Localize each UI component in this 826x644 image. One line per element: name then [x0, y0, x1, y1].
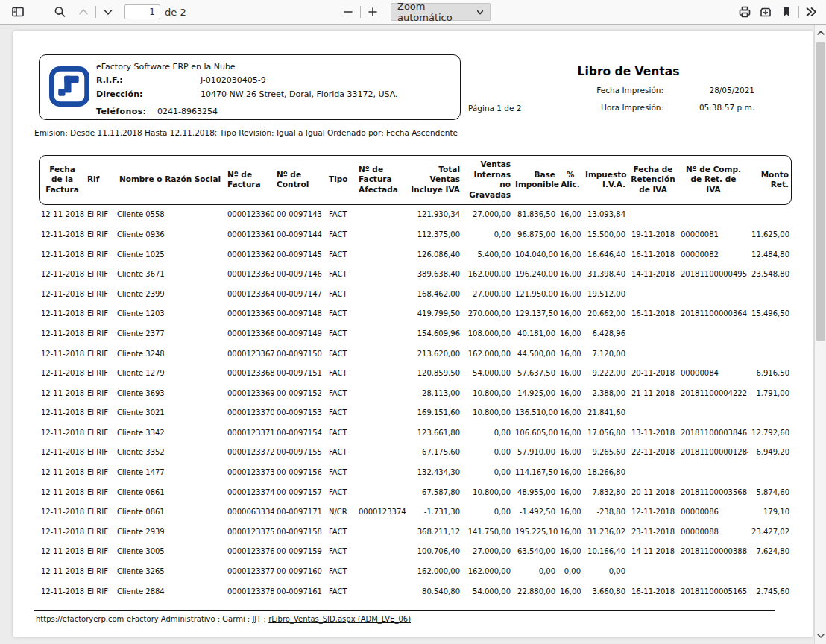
table-cell: 00-0097152	[274, 383, 327, 403]
table-cell: 12.792,60	[748, 423, 792, 443]
table-row: 12-11-2018El RIFCliente 1025000012336200…	[39, 244, 792, 265]
zoom-select[interactable]: Zoom automático	[391, 3, 491, 21]
table-cell: 00000081	[678, 224, 748, 244]
table-cell: 7.832,80	[583, 482, 628, 502]
next-page-button[interactable]	[98, 2, 119, 22]
table-cell: 196.240,00	[513, 264, 558, 284]
table-cell: 0,00	[462, 502, 513, 522]
scroll-up-button[interactable]	[815, 26, 826, 40]
scroll-down-button[interactable]	[815, 629, 826, 643]
table-cell: 12-11-2018	[39, 383, 85, 403]
table-cell: 14-11-2018	[628, 542, 678, 562]
print-date-value: 28/05/2021	[665, 86, 754, 95]
table-cell	[628, 284, 678, 304]
previous-page-button[interactable]	[73, 2, 94, 22]
table-cell: 31.398,40	[583, 264, 628, 284]
print-icon	[738, 5, 751, 19]
table-cell: 16,00	[558, 304, 583, 324]
toolbar-separator	[360, 6, 361, 18]
vertical-scrollbar[interactable]	[814, 25, 826, 644]
company-name: eFactory Software ERP en la Nube	[96, 62, 236, 72]
table-cell: 16,00	[558, 363, 583, 383]
table-cell: 0000123371	[225, 423, 274, 443]
table-cell: FACT	[327, 344, 356, 364]
table-cell: 12-11-2018	[39, 423, 85, 443]
table-cell: 31.236,02	[583, 522, 628, 542]
table-cell: FACT	[327, 363, 356, 383]
table-cell: 108.000,00	[462, 323, 513, 344]
search-icon	[53, 5, 66, 19]
header-cell: Nº de Control	[274, 155, 327, 205]
table-cell: El RIF	[85, 304, 115, 324]
pdf-toolbar: de 2 Zoom automático	[0, 0, 826, 25]
table-cell: Cliente 3021	[115, 403, 225, 423]
table-cell: 10.166,40	[583, 542, 628, 562]
table-row: 12-11-2018El RIFCliente 1203000012336500…	[39, 304, 792, 324]
viewer-content[interactable]: eFactory Software ERP en la Nube R.I.F.:…	[0, 25, 814, 644]
scroll-up-arrow-icon	[817, 30, 825, 36]
table-cell: 00-0097151	[274, 363, 327, 383]
print-button[interactable]	[734, 2, 755, 22]
table-cell: Cliente 2939	[115, 522, 225, 542]
current-view-button[interactable]	[776, 2, 797, 22]
table-cell: 141.750,00	[462, 522, 513, 542]
table-cell: 00-0097149	[274, 323, 327, 344]
table-row: 12-11-2018El RIFCliente 3248000012336700…	[39, 344, 792, 364]
table-cell: 0000123374	[356, 502, 406, 522]
table-cell: FACT	[327, 383, 356, 403]
pdf-page: eFactory Software ERP en la Nube R.I.F.:…	[13, 31, 813, 637]
save-button[interactable]	[755, 2, 776, 22]
table-cell	[628, 561, 678, 581]
print-time-value: 05:38:57 p.m.	[665, 103, 754, 112]
table-cell: 14.925,00	[513, 383, 558, 403]
table-row: 12-11-2018El RIFCliente 1477000012337300…	[39, 462, 792, 482]
scrollbar-thumb[interactable]	[816, 42, 825, 341]
zoom-out-button[interactable]	[338, 2, 359, 22]
table-cell: 19.512,00	[583, 284, 628, 304]
table-cell	[356, 462, 406, 482]
table-cell: 9.222,00	[583, 363, 628, 383]
table-cell: 0,00	[462, 462, 513, 482]
table-cell: 0000123365	[225, 304, 274, 324]
table-cell: FACT	[327, 403, 356, 423]
table-cell: El RIF	[85, 502, 115, 522]
table-cell: FACT	[327, 304, 356, 324]
table-cell: 0,00	[583, 561, 628, 581]
table-row: 12-11-2018El RIFCliente 1279000012336800…	[39, 363, 792, 383]
table-row: 12-11-2018El RIFCliente 3005000012337600…	[39, 542, 792, 562]
table-row: 12-11-2018El RIFCliente 3693000012336900…	[39, 383, 792, 403]
find-button[interactable]	[49, 2, 70, 22]
zoom-in-button[interactable]	[362, 2, 383, 22]
more-tools-button[interactable]	[801, 2, 822, 22]
header-cell: Ventas Internas no Gravadas	[462, 155, 513, 205]
table-row: 12-11-2018El RIFCliente 3342000012337100…	[39, 423, 792, 443]
table-cell: 00-0097154	[274, 423, 327, 443]
table-cell: Cliente 1025	[115, 244, 225, 265]
header-cell: Base Imponible	[513, 155, 558, 205]
table-cell	[356, 323, 406, 344]
header-cell: Impuesto I.V.A.	[583, 155, 628, 205]
table-cell: 10.800,00	[462, 403, 513, 423]
table-cell: 44.500,00	[513, 344, 558, 364]
table-cell	[356, 443, 406, 463]
table-cell: El RIF	[85, 423, 115, 443]
phones-label: Teléfonos: 0241-8963254	[96, 107, 146, 116]
double-chevron-right-icon	[804, 6, 818, 18]
table-cell: FACT	[327, 264, 356, 284]
table-cell: El RIF	[85, 323, 115, 344]
table-cell: 0,00	[513, 561, 558, 581]
table-cell	[748, 205, 792, 225]
table-cell: 20181100003568	[678, 482, 748, 502]
table-cell	[678, 323, 748, 344]
table-row: 12-11-2018El RIFCliente 3021000012337000…	[39, 403, 792, 423]
page-number-input[interactable]	[124, 4, 160, 19]
table-cell: 16-11-2018	[628, 304, 678, 324]
table-cell: FACT	[327, 323, 356, 344]
table-cell: 5.874,60	[748, 482, 792, 502]
table-cell: 126.086,40	[406, 244, 462, 265]
table-cell: 5.400,00	[462, 244, 513, 265]
sidebar-toggle-button[interactable]	[7, 2, 28, 22]
table-cell: 0000123361	[225, 224, 274, 244]
toolbar-separator	[95, 6, 96, 18]
table-cell: 104.040,00	[513, 244, 558, 265]
